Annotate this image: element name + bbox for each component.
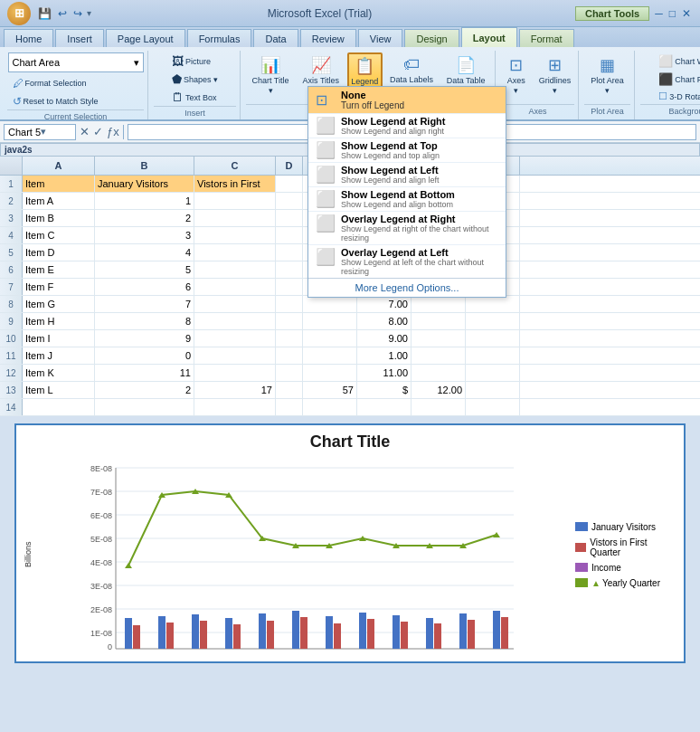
more-legend-options[interactable]: More Legend Options... xyxy=(308,278,506,297)
svg-rect-27 xyxy=(259,613,266,649)
legend-left-icon: ⬜ xyxy=(316,165,336,185)
axes-items: ⊡ Axes ▾ ⊞ Gridlines ▾ xyxy=(500,52,576,104)
legend-label-yearly: Yearly Quarter xyxy=(602,578,660,588)
svg-text:Item: Item xyxy=(222,652,236,654)
cell-1C[interactable]: Vistors in First xyxy=(194,176,276,192)
background-group: ⬜ Chart Wall ▾ ⬛ Chart Floor ▾ ☐ 3-D Rot… xyxy=(637,51,700,119)
table-row: 12 Item K 11 11.00 xyxy=(0,365,700,382)
svg-rect-33 xyxy=(359,613,366,649)
none-option[interactable]: ⊡ None Turn off Legend xyxy=(308,87,506,113)
legend-top-icon: ⬜ xyxy=(316,140,336,160)
close-button[interactable]: ✕ xyxy=(680,5,693,22)
tab-design[interactable]: Design xyxy=(404,29,459,47)
tab-formulas[interactable]: Formulas xyxy=(187,29,252,47)
legend-button[interactable]: 📋 Legend xyxy=(347,52,383,90)
legend-top-option[interactable]: ⬜ Show Legend at Top Show Legend and top… xyxy=(308,138,506,162)
row-num-header xyxy=(0,157,23,175)
legend-overlay-left-text: Overlay Legend at Left Show Legend at le… xyxy=(341,247,498,276)
background-items: ⬜ Chart Wall ▾ ⬛ Chart Floor ▾ ☐ 3-D Rot… xyxy=(654,52,700,104)
undo-button[interactable]: ↩ xyxy=(56,5,69,22)
tab-insert[interactable]: Insert xyxy=(55,29,104,47)
legend-overlay-left-icon: ⬜ xyxy=(316,247,336,267)
legend-dropdown: ⊡ None Turn off Legend ⬜ Show Legend at … xyxy=(307,86,506,298)
col-header-C[interactable]: C xyxy=(194,157,276,175)
axes-group: ⊡ Axes ▾ ⊞ Gridlines ▾ Axes xyxy=(497,51,579,119)
legend-left-text: Show Legend at Left Show Legend and alig… xyxy=(341,165,440,185)
col-header-B[interactable]: B xyxy=(95,157,194,175)
svg-text:Item: Item xyxy=(188,652,203,654)
confirm-formula-button[interactable]: ✓ xyxy=(93,125,103,138)
legend-right-option[interactable]: ⬜ Show Legend at Right Show Legend and a… xyxy=(308,113,506,138)
format-selection-button[interactable]: 🖊 Format Selection xyxy=(8,75,91,91)
chart-container[interactable]: Chart Title Billions 8E-08 7E-08 6E-08 5… xyxy=(14,423,686,663)
svg-text:2E-08: 2E-08 xyxy=(90,605,112,614)
picture-button[interactable]: 🖼 Picture xyxy=(167,52,215,70)
tab-view[interactable]: View xyxy=(358,29,403,47)
textbox-button[interactable]: 🗒 Text Box xyxy=(167,89,222,106)
legend-top-text: Show Legend at Top Show Legend and top a… xyxy=(341,140,440,160)
office-button[interactable]: ⊞ xyxy=(7,2,31,25)
minimize-button[interactable]: ─ xyxy=(653,5,665,22)
gridlines-button[interactable]: ⊞ Gridlines ▾ xyxy=(534,52,576,99)
table-row: 14 xyxy=(0,399,700,416)
reset-style-button[interactable]: ↺ Reset to Match Style xyxy=(8,93,103,109)
svg-text:Item: Item xyxy=(121,652,136,654)
svg-text:Item: Item xyxy=(456,652,470,654)
svg-text:Item: Item xyxy=(322,652,336,654)
name-box[interactable]: Chart 5 ▾ xyxy=(4,124,76,140)
table-row: 13 Item L 2 17 57 $ 12.00 xyxy=(0,382,700,399)
plot-area-group: ▦ Plot Area ▾ Plot Area xyxy=(581,51,635,119)
legend-item-income: Income xyxy=(575,563,669,573)
cell-1A[interactable]: Item xyxy=(23,176,95,192)
svg-rect-30 xyxy=(300,617,307,649)
cell-1D[interactable] xyxy=(276,176,303,192)
cell-1B[interactable]: January Visitors xyxy=(95,176,194,192)
3d-rotation-button[interactable]: ☐ 3-D Rotation xyxy=(654,89,700,104)
chart-floor-button[interactable]: ⬛ Chart Floor ▾ xyxy=(654,71,700,88)
svg-text:1E-08: 1E-08 xyxy=(90,629,112,638)
svg-text:0: 0 xyxy=(108,642,112,651)
col-header-D[interactable]: D xyxy=(276,157,303,175)
svg-rect-42 xyxy=(501,617,508,649)
legend-color-yearly xyxy=(575,578,588,587)
svg-rect-40 xyxy=(468,620,475,649)
plot-area-button[interactable]: ▦ Plot Area ▾ xyxy=(584,52,630,99)
restore-button[interactable]: □ xyxy=(667,5,677,22)
selection-items: Chart Area ▾ 🖊 Format Selection ↺ Reset … xyxy=(8,52,144,109)
svg-rect-22 xyxy=(166,623,174,649)
legend-overlay-right-text: Overlay Legend at Right Show Legend at r… xyxy=(341,214,498,242)
legend-overlay-right-option[interactable]: ⬜ Overlay Legend at Right Show Legend at… xyxy=(308,211,506,244)
legend-item-yearly: ▲ Yearly Quarter xyxy=(575,578,669,588)
chart-title: Chart Title xyxy=(310,433,391,452)
tab-data[interactable]: Data xyxy=(253,29,298,47)
tab-format[interactable]: Format xyxy=(519,29,574,47)
col-header-A[interactable]: A xyxy=(23,157,95,175)
legend-bottom-option[interactable]: ⬜ Show Legend at Bottom Show Legend and … xyxy=(308,186,506,211)
legend-item-visitors: Vistors in First Quarter xyxy=(575,537,669,557)
chart-title-button[interactable]: 📊 Chart Title ▾ xyxy=(246,52,295,99)
tab-pagelayout[interactable]: Page Layout xyxy=(106,29,185,47)
tab-review[interactable]: Review xyxy=(300,29,356,47)
function-button[interactable]: ƒx xyxy=(107,125,119,138)
legend-overlay-left-option[interactable]: ⬜ Overlay Legend at Left Show Legend at … xyxy=(308,244,506,278)
none-text: None Turn off Legend xyxy=(341,90,404,110)
svg-rect-29 xyxy=(292,611,299,649)
save-button[interactable]: 💾 xyxy=(36,5,53,22)
chart-wall-button[interactable]: ⬜ Chart Wall ▾ xyxy=(654,52,700,70)
table-row: 10 Item I 9 9.00 xyxy=(0,330,700,347)
table-row: 9 Item H 8 8.00 xyxy=(0,313,700,330)
svg-rect-39 xyxy=(459,613,467,649)
svg-rect-23 xyxy=(192,614,199,649)
chart-area-dropdown[interactable]: Chart Area ▾ xyxy=(8,52,144,72)
expand-formula-button[interactable]: ✕ xyxy=(80,125,90,138)
redo-button[interactable]: ↪ xyxy=(71,5,84,22)
svg-text:Item: Item xyxy=(422,652,437,654)
legend-label-january: January Visitors xyxy=(591,522,656,532)
tab-layout[interactable]: Layout xyxy=(461,27,517,47)
legend-right-icon: ⬜ xyxy=(316,116,336,136)
svg-text:Item: Item xyxy=(489,652,504,654)
shapes-button[interactable]: ⬟ Shapes ▾ xyxy=(167,71,222,88)
legend-left-option[interactable]: ⬜ Show Legend at Left Show Legend and al… xyxy=(308,162,506,186)
svg-text:Item: Item xyxy=(289,652,303,654)
tab-home[interactable]: Home xyxy=(4,29,53,47)
